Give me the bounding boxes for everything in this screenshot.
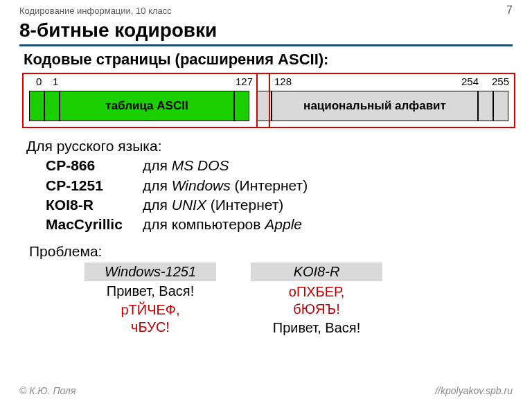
tick-254: 254 <box>461 76 479 87</box>
encoding-list: CP-866 для MS DOS CP-1251 для Windows (И… <box>46 156 513 234</box>
ascii-cell-0 <box>29 91 44 121</box>
column-head: Windows-1251 <box>85 263 216 281</box>
body-text: Для русского языка: CP-866 для MS DOS CP… <box>26 136 513 235</box>
tick-128: 128 <box>274 76 292 87</box>
divider-line-right <box>269 73 270 128</box>
diagram-gap <box>249 91 256 121</box>
slide-footer: К.Ю. Поля //kpolyakov.spb.ru <box>0 385 532 396</box>
tick-255: 255 <box>492 76 509 87</box>
encoding-desc: для компьютеров Apple <box>143 215 302 234</box>
national-block: национальный алфавит <box>272 91 478 121</box>
slide-title: 8-битные кодировки <box>19 19 513 42</box>
problem-column-koi8r: KOI8-R оПХБЕР, бЮЯЪ! Привет, Вася! <box>251 263 382 336</box>
garbled-text: рТЙЧЕФ, чБУС! <box>121 301 179 336</box>
encoding-name: КОI8-R <box>46 195 143 215</box>
encoding-desc: для UNIX (Интернет) <box>143 195 283 215</box>
tick-1: 1 <box>53 76 58 87</box>
tick-0: 0 <box>36 76 42 87</box>
codepage-diagram: 0 1 127 128 254 255 таблица ASCII национ… <box>22 73 515 128</box>
plain-text: Привет, Вася! <box>273 320 360 336</box>
national-cell-255 <box>493 91 508 121</box>
encoding-row: MacCyrillic для компьютеров Apple <box>46 215 513 234</box>
title-underline <box>19 44 513 46</box>
garbled-text: оПХБЕР, бЮЯЪ! <box>289 283 344 318</box>
encoding-name: CP-1251 <box>46 176 143 195</box>
column-head: KOI8-R <box>251 263 382 281</box>
plain-text: Привет, Вася! <box>107 283 194 299</box>
problem-column-win1251: Windows-1251 Привет, Вася! рТЙЧЕФ, чБУС! <box>85 263 216 336</box>
encoding-row: CP-866 для MS DOS <box>46 156 513 175</box>
footer-site: //kpolyakov.spb.ru <box>435 385 513 396</box>
ascii-cell-127 <box>234 91 249 121</box>
page-number: 7 <box>506 4 513 17</box>
intro-line: Для русского языка: <box>26 136 513 156</box>
ascii-cell-1 <box>44 91 60 121</box>
tick-127: 127 <box>236 76 253 87</box>
problem-grid: Windows-1251 Привет, Вася! рТЙЧЕФ, чБУС!… <box>85 263 513 336</box>
encoding-name: CP-866 <box>46 156 143 175</box>
ascii-block: таблица ASCII <box>60 91 234 121</box>
national-cell-254 <box>478 91 493 121</box>
encoding-row: КОI8-R для UNIX (Интернет) <box>46 195 513 215</box>
encoding-row: CP-1251 для Windows (Интернет) <box>46 176 513 195</box>
encoding-desc: для MS DOS <box>143 156 229 175</box>
divider-line-left <box>256 73 258 128</box>
slide-subtitle: Кодовые страницы (расширения ASCII): <box>24 51 513 69</box>
course-label: Кодирование информации, 10 класс <box>19 6 172 16</box>
encoding-name: MacCyrillic <box>46 215 143 234</box>
encoding-desc: для Windows (Интернет) <box>143 176 308 195</box>
problem-label: Проблема: <box>29 243 513 260</box>
footer-author: К.Ю. Поля <box>19 385 76 396</box>
